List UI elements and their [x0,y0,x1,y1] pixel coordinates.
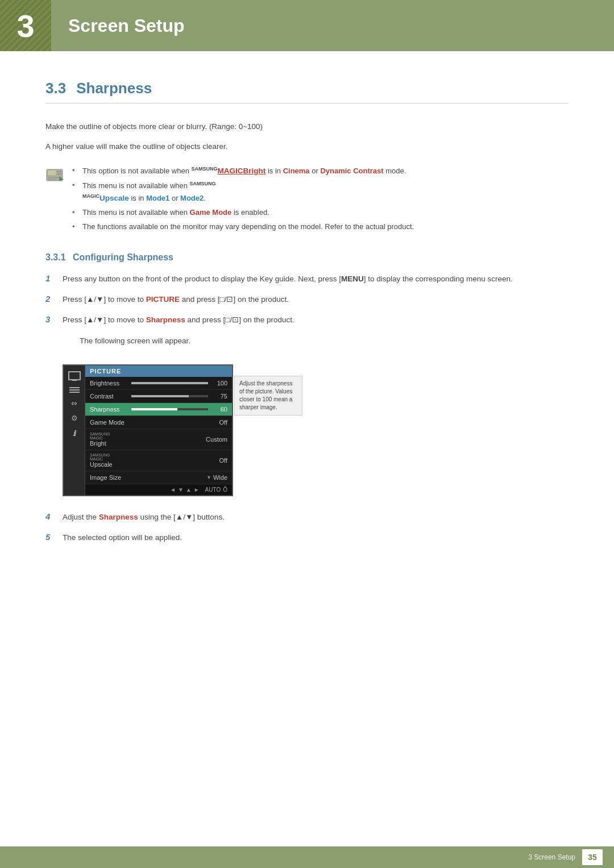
step-3-number: 3 [45,314,56,324]
step-5-text: The selected option will be applied. [63,531,182,544]
screen-container: ⇔ ⚙ ℹ PICTURE Brightness [63,364,302,496]
subsection-number: 3.3.1 [45,252,66,262]
menu-row-contrast: Contrast 75 [85,390,232,403]
sidebar-lines-icon [69,387,80,393]
sidebar-gear-icon: ⚙ [71,414,78,422]
sidebar-info-icon: ℹ [73,429,76,438]
chapter-number-box: 3 [0,0,51,51]
step-3-text: Press [▲/▼] to move to Sharpness and pre… [63,314,294,326]
chapter-number: 3 [16,7,34,44]
step-3-sub-text: The following screen will appear. [80,335,190,347]
menu-row-sharpness: Sharpness 60 [85,403,232,416]
menu-bottom-bar: ◄ ▼ ▲ ► AUTO Ô [85,484,232,495]
step-1: 1 Press any button on the front of the p… [45,273,569,285]
header-banner: 3 Screen Setup [0,0,614,51]
note-item-2: This menu is not available when SAMSUNGM… [72,180,414,205]
menu-row-gamemode: Game Mode Off [85,416,232,429]
footer-page: 35 [582,849,603,865]
step-3-sub: 3 The following screen will appear. [63,335,569,347]
page-footer: 3 Screen Setup 35 [0,846,614,868]
step-2-text: Press [▲/▼] to move to PICTURE and press… [63,293,289,306]
sidebar-tv-icon [68,371,81,380]
step-5: 5 The selected option will be applied. [45,531,569,544]
menu-row-magicbright: SAMSUNGMAGICBright Custom [85,429,232,450]
monitor-screen: ⇔ ⚙ ℹ PICTURE Brightness [63,364,233,496]
description-2: A higher value will make the outline of … [45,140,569,153]
monitor-mockup: ⇔ ⚙ ℹ PICTURE Brightness [63,364,302,496]
monitor-sidebar: ⇔ ⚙ ℹ [64,366,85,495]
section-title: Sharpness [76,80,152,97]
step-2: 2 Press [▲/▼] to move to PICTURE and pre… [45,293,569,306]
steps-list-2: 4 Adjust the Sharpness using the [▲/▼] b… [45,511,569,545]
section-heading: 3.3 Sharpness [45,80,569,103]
section-number: 3.3 [45,80,66,97]
note-item-1: This option is not available when SAMSUN… [72,165,414,177]
footer-text: 3 Screen Setup [528,853,575,861]
description-1: Make the outline of objects more clear o… [45,121,569,134]
menu-header: PICTURE [85,366,232,377]
note-icon [45,166,64,184]
subsection-heading: 3.3.1 Configuring Sharpness [45,252,569,263]
sidebar-arrows-icon: ⇔ [71,400,77,407]
step-3: 3 Press [▲/▼] to move to Sharpness and p… [45,314,569,326]
menu-row-magicupscale: SAMSUNGMAGICUpscale Off [85,450,232,471]
menu-row-imagesize: Image Size ▼ Wide [85,471,232,484]
menu-content: PICTURE Brightness 100 Contrast [85,366,232,495]
step-4: 4 Adjust the Sharpness using the [▲/▼] b… [45,511,569,524]
main-content: 3.3 Sharpness Make the outline of object… [0,51,614,597]
step-4-number: 4 [45,512,56,521]
subsection-title: Configuring Sharpness [73,252,173,262]
step-1-text: Press any button on the front of the pro… [63,273,513,285]
menu-row-brightness: Brightness 100 [85,377,232,390]
note-item-3: This menu is not available when Game Mod… [72,207,414,219]
tooltip-text: Adjust the sharpness of the picture. Val… [239,380,292,410]
chapter-title: Screen Setup [68,15,185,36]
note-item-4: The functions available on the monitor m… [72,221,414,233]
steps-list: 1 Press any button on the front of the p… [45,273,569,347]
svg-rect-1 [48,171,56,175]
step-4-text: Adjust the Sharpness using the [▲/▼] but… [63,511,225,524]
step-1-number: 1 [45,273,56,283]
step-5-number: 5 [45,532,56,542]
tooltip-box: Adjust the sharpness of the picture. Val… [234,376,302,416]
note-list: This option is not available when SAMSUN… [72,165,414,235]
note-box: This option is not available when SAMSUN… [45,165,569,235]
step-2-number: 2 [45,294,56,304]
